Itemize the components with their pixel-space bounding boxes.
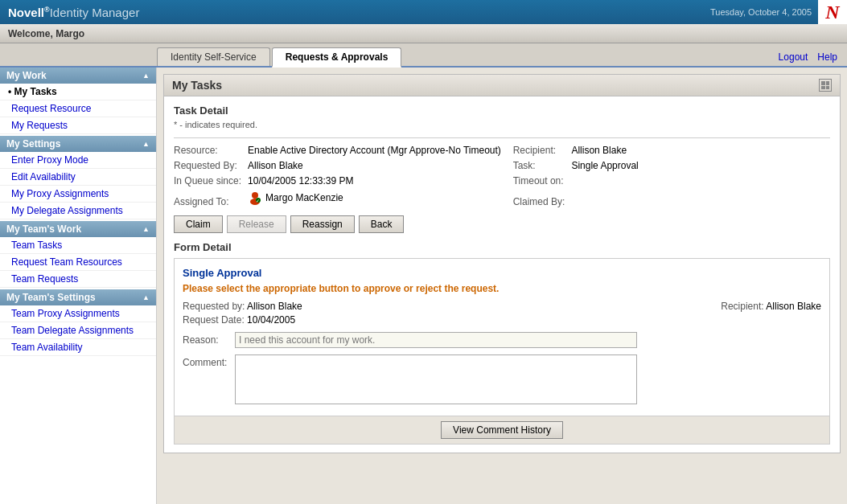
sidebar-section-my-teams-settings[interactable]: My Team's Settings ▲ bbox=[0, 289, 156, 305]
sidebar-item-team-proxy-assignments[interactable]: Team Proxy Assignments bbox=[0, 305, 156, 322]
sidebar-item-my-requests[interactable]: My Requests bbox=[0, 117, 156, 134]
sidebar-item-request-resource[interactable]: Request Resource bbox=[0, 100, 156, 117]
form-recipient-label: Recipient: bbox=[721, 301, 763, 312]
chevron-icon-3: ▲ bbox=[142, 225, 150, 233]
back-button[interactable]: Back bbox=[359, 215, 405, 233]
welcome-text: Welcome, Margo bbox=[8, 28, 84, 39]
chevron-icon: ▲ bbox=[142, 72, 150, 80]
required-note: * - indicates required. bbox=[174, 120, 830, 129]
assigned-to-label: Assigned To: bbox=[174, 196, 241, 207]
sidebar-item-my-tasks[interactable]: • My Tasks bbox=[0, 84, 156, 100]
action-buttons: Claim Release Reassign Back bbox=[174, 215, 830, 233]
svg-point-0 bbox=[252, 192, 258, 199]
claim-button[interactable]: Claim bbox=[174, 215, 223, 233]
form-requested-by-label: Requested by: bbox=[183, 301, 245, 312]
comment-label: Comment: bbox=[183, 354, 235, 368]
content-area: My Tasks Task Detail * - indicates requi… bbox=[157, 68, 847, 504]
comment-input[interactable] bbox=[235, 354, 637, 404]
user-avatar-icon: ✓ bbox=[248, 191, 262, 205]
svg-text:✓: ✓ bbox=[256, 199, 260, 203]
form-detail-title: Form Detail bbox=[174, 241, 830, 253]
sidebar: My Work ▲ • My Tasks Request Resource My… bbox=[0, 68, 157, 504]
assigned-to-value: ✓ Margo MacKenzie bbox=[248, 191, 507, 205]
logo-subtitle: Identity Manager bbox=[50, 6, 140, 19]
sidebar-section-my-settings[interactable]: My Settings ▲ bbox=[0, 136, 156, 152]
help-link[interactable]: Help bbox=[817, 51, 837, 63]
sidebar-item-team-requests[interactable]: Team Requests bbox=[0, 271, 156, 288]
reassign-button[interactable]: Reassign bbox=[290, 215, 355, 233]
sidebar-item-team-availability[interactable]: Team Availability bbox=[0, 339, 156, 356]
view-comment-bar: View Comment History bbox=[174, 416, 830, 445]
sidebar-item-edit-availability[interactable]: Edit Availability bbox=[0, 169, 156, 186]
logo-text: Novell® bbox=[8, 6, 50, 19]
in-queue-label: In Queue since: bbox=[174, 175, 241, 186]
sidebar-item-my-delegate-assignments[interactable]: My Delegate Assignments bbox=[0, 203, 156, 219]
novell-n-box: N bbox=[818, 0, 847, 24]
task-value: Single Approval bbox=[571, 160, 830, 171]
form-detail-section: Single Approval Please select the approp… bbox=[174, 258, 830, 416]
sidebar-item-enter-proxy-mode[interactable]: Enter Proxy Mode bbox=[0, 152, 156, 169]
form-requested-by-value: Allison Blake bbox=[247, 301, 302, 312]
form-request-date-label: Request Date: bbox=[183, 314, 245, 326]
sidebar-item-my-proxy-assignments[interactable]: My Proxy Assignments bbox=[0, 186, 156, 203]
reason-label: Reason: bbox=[183, 334, 235, 346]
header-date: Tuesday, October 4, 2005 bbox=[710, 0, 818, 24]
timeout-label: Timeout on: bbox=[513, 175, 565, 186]
recipient-label: Recipient: bbox=[513, 145, 565, 156]
resource-label: Resource: bbox=[174, 145, 241, 156]
sidebar-item-team-tasks[interactable]: Team Tasks bbox=[0, 237, 156, 254]
in-queue-value: 10/04/2005 12:33:39 PM bbox=[248, 175, 507, 186]
form-recipient-value: Allison Blake bbox=[766, 301, 821, 312]
sidebar-item-request-team-resources[interactable]: Request Team Resources bbox=[0, 254, 156, 271]
tab-identity-self-service[interactable]: Identity Self-Service bbox=[157, 47, 270, 66]
form-instruction: Please select the appropriate button to … bbox=[183, 283, 821, 294]
sidebar-section-my-work[interactable]: My Work ▲ bbox=[0, 68, 156, 84]
chevron-icon-4: ▲ bbox=[142, 293, 150, 301]
requested-by-label: Requested By: bbox=[174, 160, 241, 171]
release-button[interactable]: Release bbox=[227, 215, 286, 233]
task-detail-title: Task Detail bbox=[174, 104, 830, 117]
my-tasks-panel: My Tasks Task Detail * - indicates requi… bbox=[163, 74, 841, 453]
recipient-value: Allison Blake bbox=[571, 145, 830, 156]
sidebar-section-my-teams-work[interactable]: My Team's Work ▲ bbox=[0, 221, 156, 237]
view-comment-history-button[interactable]: View Comment History bbox=[441, 421, 563, 439]
reason-input[interactable] bbox=[235, 332, 637, 348]
panel-header: My Tasks bbox=[164, 75, 840, 96]
task-label: Task: bbox=[513, 160, 565, 171]
logout-link[interactable]: Logout bbox=[779, 51, 808, 63]
claimed-by-label: Claimed By: bbox=[513, 196, 565, 207]
form-request-date-value: 10/04/2005 bbox=[247, 314, 295, 326]
resource-value: Enable Active Directory Account (Mgr App… bbox=[248, 145, 507, 156]
sidebar-item-team-delegate-assignments[interactable]: Team Delegate Assignments bbox=[0, 322, 156, 339]
tab-requests-approvals[interactable]: Requests & Approvals bbox=[272, 47, 402, 68]
chevron-icon-2: ▲ bbox=[142, 140, 150, 148]
requested-by-value: Allison Blake bbox=[248, 160, 507, 171]
form-title: Single Approval bbox=[183, 267, 821, 279]
panel-grid-icon[interactable] bbox=[819, 79, 832, 92]
